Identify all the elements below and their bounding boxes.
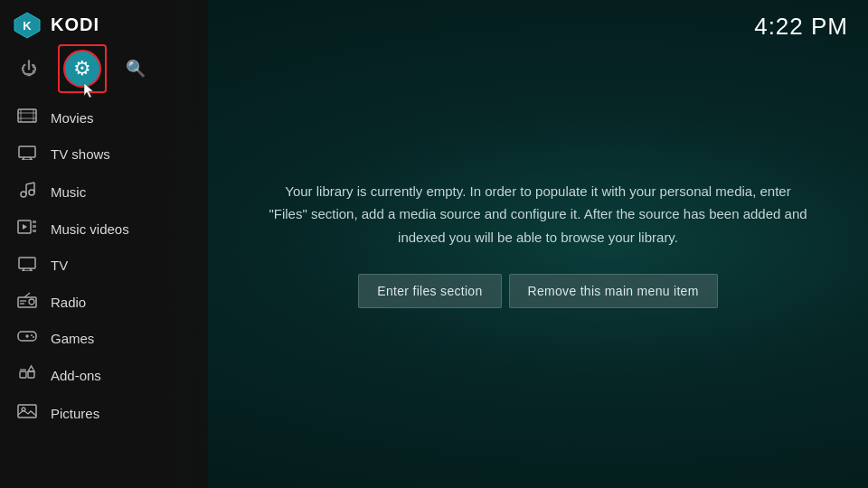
games-label: Games [51,331,94,346]
sidebar: K KODI ⏻ ⚙ 🔍 Movies [0,0,208,488]
sidebar-item-movies[interactable]: Movies [0,100,208,136]
svg-line-16 [26,183,34,184]
svg-rect-22 [19,258,35,268]
svg-point-12 [21,192,26,197]
svg-rect-7 [33,109,34,122]
svg-rect-40 [18,405,36,418]
svg-point-35 [33,336,34,338]
library-empty-box: Your library is currently empty. In orde… [240,153,836,336]
svg-rect-36 [20,371,26,378]
svg-point-13 [29,190,34,195]
sidebar-item-games[interactable]: Games [0,321,208,356]
svg-marker-39 [28,366,34,371]
enter-files-section-button[interactable]: Enter files section [358,274,501,308]
movies-label: Movies [51,110,94,126]
svg-text:K: K [23,19,32,33]
header-icons-row: ⏻ ⚙ 🔍 [0,50,208,97]
kodi-logo-icon: K [13,11,42,40]
pictures-label: Pictures [51,406,99,421]
main-content: 4:22 PM Your library is currently empty.… [208,0,868,488]
sidebar-item-music[interactable]: Music [0,173,208,211]
library-message: Your library is currently empty. In orde… [267,180,809,249]
movies-icon [16,108,38,127]
sidebar-header: K KODI [0,0,208,50]
svg-point-27 [29,299,34,305]
svg-rect-38 [20,369,26,371]
clock: 4:22 PM [754,13,848,41]
sidebar-item-music-videos[interactable]: Music videos [0,211,208,247]
music-label: Music [51,184,86,200]
sidebar-item-pictures[interactable]: Pictures [0,395,208,432]
sidebar-item-tv[interactable]: TV [0,247,208,284]
library-action-buttons: Enter files section Remove this main men… [267,274,809,308]
svg-marker-18 [23,224,27,230]
tv-shows-icon [16,144,38,164]
svg-rect-21 [33,230,36,232]
svg-rect-6 [20,109,22,122]
settings-selection-border [58,44,107,93]
sidebar-item-radio[interactable]: Radio [0,284,208,321]
remove-menu-item-button[interactable]: Remove this main menu item [509,274,718,308]
games-icon [16,329,38,348]
music-videos-icon [16,220,38,239]
svg-rect-19 [33,221,36,223]
pictures-icon [16,403,38,424]
nav-list: Movies TV shows Music Music videos TV [0,97,208,488]
radio-icon [16,292,38,313]
sidebar-item-tv-shows[interactable]: TV shows [0,136,208,173]
app-title: KODI [51,14,195,35]
music-videos-label: Music videos [51,221,129,237]
add-ons-icon [16,364,38,387]
music-icon [16,181,38,203]
tv-shows-label: TV shows [51,146,110,162]
power-button[interactable]: ⏻ [13,52,45,85]
svg-rect-8 [19,146,35,157]
svg-rect-20 [33,225,36,228]
search-button[interactable]: 🔍 [119,52,152,85]
content-area: Your library is currently empty. In orde… [208,0,868,488]
radio-label: Radio [51,295,86,310]
svg-point-34 [31,334,33,336]
add-ons-label: Add-ons [51,368,101,383]
svg-rect-37 [28,371,34,378]
tv-label: TV [51,258,68,273]
svg-rect-26 [18,297,36,307]
tv-icon [16,255,38,276]
sidebar-item-add-ons[interactable]: Add-ons [0,356,208,395]
